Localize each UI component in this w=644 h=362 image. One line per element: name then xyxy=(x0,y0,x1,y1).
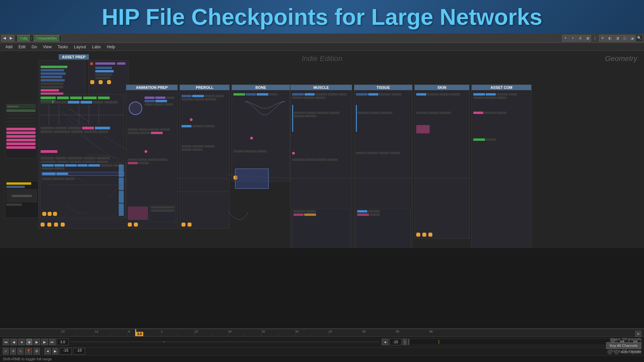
bone-label: BONE xyxy=(232,85,290,90)
breadcrumb: ⬡ obj / ⬡ muscleSim xyxy=(15,35,62,42)
muscle-section[interactable]: MUSCLE xyxy=(290,84,352,248)
toolbar-icons: ✕ ≡ ⊞ ▦ | ⚙ ◧ ◨ ◫ ◪ 🔍 xyxy=(562,35,643,42)
stop-button[interactable]: ■ xyxy=(26,339,33,345)
menu-layout[interactable]: Layout xyxy=(71,44,89,50)
table-icon[interactable]: ▦ xyxy=(584,35,591,42)
title-banner: HIP File Checkpoints for Large Networks xyxy=(0,0,644,34)
animation-prep-section[interactable]: ANIMATION PREP xyxy=(126,84,178,229)
menu-view[interactable]: View xyxy=(40,44,54,50)
status-text: Shift+RMB to toggle full range xyxy=(3,357,52,361)
menu-edit[interactable]: Edit xyxy=(16,44,28,50)
timeline-track[interactable] xyxy=(71,342,379,342)
prev-frame-button[interactable]: ◀ xyxy=(10,339,17,345)
range-input-1[interactable]: -15 xyxy=(60,348,72,355)
grid-icon[interactable]: ⊞ xyxy=(577,35,584,42)
tool-scale[interactable]: ⤡ xyxy=(17,348,23,355)
tissue-label: TISSUE xyxy=(354,85,412,90)
tool1-icon[interactable]: ◧ xyxy=(606,35,613,42)
selected-box xyxy=(235,169,269,189)
asset-com-section[interactable]: ASSET COM xyxy=(471,84,532,248)
preroll-section[interactable]: PREROLL xyxy=(179,84,230,229)
menubar: Add Edit Go View Tasks Layout Labs Help xyxy=(0,43,644,51)
scope-button[interactable]: ⊞ xyxy=(635,331,641,337)
asset-prep-label: ASSET PREP xyxy=(59,54,89,60)
range-input-2[interactable]: -15 xyxy=(73,348,85,355)
keys-display: 0 keys, 0/0 channels xyxy=(611,338,641,341)
menu-add[interactable]: Add xyxy=(3,44,15,50)
toolbar: ◀ ▶ ⬡ obj / ⬡ muscleSim ✕ ≡ ⊞ ▦ | ⚙ ◧ ◨ … xyxy=(0,34,644,43)
timeline-right-controls: ⊞ 0 keys, 0/0 channels Key All Channels … xyxy=(606,329,641,356)
play-button[interactable]: ▶ xyxy=(34,339,40,345)
playback-area: ⏮ ◀ ◄ ■ ▶ ▶ ⏭ 3.0 ◄ -15 | | 69 xyxy=(0,337,644,347)
tool2-icon[interactable]: ◨ xyxy=(614,35,621,42)
scope-toggle[interactable] xyxy=(607,350,612,354)
play-reverse-button[interactable]: ◄ xyxy=(18,339,25,345)
sep: | xyxy=(592,35,598,42)
menu-tasks[interactable]: Tasks xyxy=(55,44,71,50)
settings-icon[interactable]: ⚙ xyxy=(599,35,606,42)
tissue-section[interactable]: TISSUE xyxy=(354,84,413,248)
tool-move[interactable]: ⤢ xyxy=(3,348,9,355)
breadcrumb-root[interactable]: ⬡ obj xyxy=(17,35,30,41)
tool-rotate[interactable]: ↺ xyxy=(10,348,16,355)
tool-more[interactable]: ⚙ xyxy=(34,348,40,355)
next-frame-button[interactable]: ▶ xyxy=(41,339,48,345)
skin-section[interactable]: SKIN xyxy=(414,84,470,239)
mini-preview[interactable] xyxy=(5,181,39,218)
close-icon[interactable]: ✕ xyxy=(562,35,569,42)
menu-labs[interactable]: Labs xyxy=(90,44,104,50)
asset-prep-section: ASSET PREP xyxy=(39,54,124,60)
title-text: HIP File Checkpoints for Large Networks xyxy=(102,4,542,30)
tool3-icon[interactable]: ◫ xyxy=(621,35,628,42)
circle-node xyxy=(129,102,142,115)
timeline-tools: ⤢ ↺ ⤡ 📍 ⚙ ◄ ▶ -15 -15 0 keys, 0/0 channe… xyxy=(0,347,644,355)
bottom-left-network[interactable] xyxy=(40,163,126,218)
auto-update-toggle[interactable] xyxy=(614,350,619,354)
nav-back-button[interactable]: ◀ xyxy=(1,35,7,42)
play-button2[interactable]: ▶ xyxy=(52,348,58,355)
timeline: 3.0 -22-14 -62 1018 2634 4250 5 xyxy=(0,328,644,355)
asset-com-label: ASSET COM xyxy=(472,85,531,90)
timeline-ruler[interactable]: 3.0 -22-14 -62 1018 2634 4250 5 xyxy=(0,329,644,337)
prev-button2[interactable]: ◄ xyxy=(44,348,51,355)
goto-end-button[interactable]: ⏭ xyxy=(49,339,56,345)
watermark: Indie Edition xyxy=(302,54,342,63)
set-start-button[interactable]: | xyxy=(402,339,407,345)
menu-help[interactable]: Help xyxy=(104,44,118,50)
key-all-channels-button[interactable]: Key All Channels xyxy=(606,342,641,349)
auto-update-label: Auto Update xyxy=(621,350,641,354)
tool4-icon[interactable]: ◪ xyxy=(629,35,635,42)
left-panel[interactable]: Networks xyxy=(5,103,37,158)
status-bar: Shift+RMB to toggle full range xyxy=(0,355,644,362)
view-icon[interactable]: ≡ xyxy=(570,35,576,42)
geo-label: Geometry xyxy=(605,54,637,63)
search-icon[interactable]: 🔍 xyxy=(636,35,643,42)
skin-label: SKIN xyxy=(415,85,469,90)
range-start: -15 xyxy=(389,339,401,345)
nav-forward-button[interactable]: ▶ xyxy=(8,35,14,42)
goto-start-button[interactable]: ⏮ xyxy=(3,339,9,345)
main-viewport[interactable]: Indie Edition Geometry ASSET PREP xyxy=(0,51,644,248)
muscle-label: MUSCLE xyxy=(290,85,352,90)
frame-display: 3.0 xyxy=(57,339,69,345)
tool-snap[interactable]: 📍 xyxy=(25,348,32,355)
bone-section[interactable]: BONE xyxy=(231,84,290,182)
preroll-label: PREROLL xyxy=(180,85,229,90)
menu-go[interactable]: Go xyxy=(29,44,40,50)
prev-key-button[interactable]: ◄ xyxy=(382,339,388,345)
animation-prep-label: ANIMATION PREP xyxy=(126,85,177,90)
frame-indicator: 3.0 xyxy=(136,332,143,336)
breadcrumb-current[interactable]: ⬡ muscleSim xyxy=(34,35,59,41)
playback-range[interactable] xyxy=(408,339,609,345)
